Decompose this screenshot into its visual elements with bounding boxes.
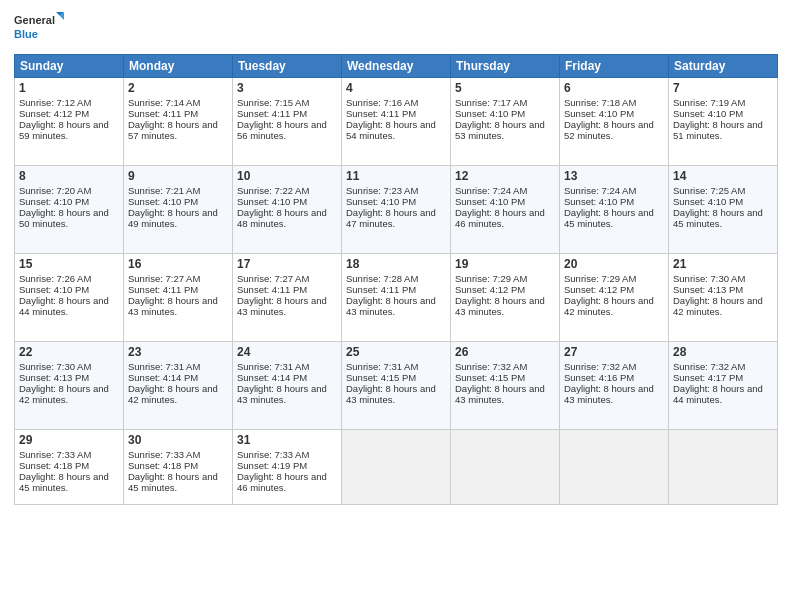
- day-number: 22: [19, 345, 119, 359]
- sunrise-text: Sunrise: 7:33 AM: [19, 449, 119, 460]
- calendar-cell: 30Sunrise: 7:33 AMSunset: 4:18 PMDayligh…: [124, 430, 233, 505]
- daylight-text: Daylight: 8 hours and 42 minutes.: [564, 295, 664, 317]
- day-number: 31: [237, 433, 337, 447]
- sunrise-text: Sunrise: 7:27 AM: [128, 273, 228, 284]
- calendar-cell: 9Sunrise: 7:21 AMSunset: 4:10 PMDaylight…: [124, 166, 233, 254]
- weekday-header-saturday: Saturday: [669, 55, 778, 78]
- day-number: 23: [128, 345, 228, 359]
- daylight-text: Daylight: 8 hours and 46 minutes.: [237, 471, 337, 493]
- weekday-header-monday: Monday: [124, 55, 233, 78]
- calendar-cell: 16Sunrise: 7:27 AMSunset: 4:11 PMDayligh…: [124, 254, 233, 342]
- daylight-text: Daylight: 8 hours and 45 minutes.: [128, 471, 228, 493]
- day-number: 29: [19, 433, 119, 447]
- sunrise-text: Sunrise: 7:32 AM: [673, 361, 773, 372]
- sunset-text: Sunset: 4:10 PM: [346, 196, 446, 207]
- daylight-text: Daylight: 8 hours and 49 minutes.: [128, 207, 228, 229]
- calendar-cell: 26Sunrise: 7:32 AMSunset: 4:15 PMDayligh…: [451, 342, 560, 430]
- calendar-cell: 5Sunrise: 7:17 AMSunset: 4:10 PMDaylight…: [451, 78, 560, 166]
- sunrise-text: Sunrise: 7:23 AM: [346, 185, 446, 196]
- calendar-body: 1Sunrise: 7:12 AMSunset: 4:12 PMDaylight…: [15, 78, 778, 505]
- daylight-text: Daylight: 8 hours and 44 minutes.: [673, 383, 773, 405]
- calendar-cell: 13Sunrise: 7:24 AMSunset: 4:10 PMDayligh…: [560, 166, 669, 254]
- sunset-text: Sunset: 4:10 PM: [455, 196, 555, 207]
- sunset-text: Sunset: 4:12 PM: [564, 284, 664, 295]
- calendar-cell: 19Sunrise: 7:29 AMSunset: 4:12 PMDayligh…: [451, 254, 560, 342]
- sunrise-text: Sunrise: 7:14 AM: [128, 97, 228, 108]
- sunrise-text: Sunrise: 7:33 AM: [237, 449, 337, 460]
- day-number: 18: [346, 257, 446, 271]
- calendar-cell: 7Sunrise: 7:19 AMSunset: 4:10 PMDaylight…: [669, 78, 778, 166]
- calendar-cell: 1Sunrise: 7:12 AMSunset: 4:12 PMDaylight…: [15, 78, 124, 166]
- daylight-text: Daylight: 8 hours and 53 minutes.: [455, 119, 555, 141]
- sunset-text: Sunset: 4:10 PM: [455, 108, 555, 119]
- sunset-text: Sunset: 4:17 PM: [673, 372, 773, 383]
- sunset-text: Sunset: 4:16 PM: [564, 372, 664, 383]
- daylight-text: Daylight: 8 hours and 56 minutes.: [237, 119, 337, 141]
- calendar-cell: 15Sunrise: 7:26 AMSunset: 4:10 PMDayligh…: [15, 254, 124, 342]
- weekday-header-friday: Friday: [560, 55, 669, 78]
- sunset-text: Sunset: 4:11 PM: [237, 284, 337, 295]
- daylight-text: Daylight: 8 hours and 43 minutes.: [237, 383, 337, 405]
- calendar-cell: 3Sunrise: 7:15 AMSunset: 4:11 PMDaylight…: [233, 78, 342, 166]
- day-number: 10: [237, 169, 337, 183]
- sunset-text: Sunset: 4:10 PM: [237, 196, 337, 207]
- calendar-cell: 29Sunrise: 7:33 AMSunset: 4:18 PMDayligh…: [15, 430, 124, 505]
- day-number: 5: [455, 81, 555, 95]
- calendar-cell: 27Sunrise: 7:32 AMSunset: 4:16 PMDayligh…: [560, 342, 669, 430]
- sunrise-text: Sunrise: 7:28 AM: [346, 273, 446, 284]
- sunrise-text: Sunrise: 7:12 AM: [19, 97, 119, 108]
- daylight-text: Daylight: 8 hours and 57 minutes.: [128, 119, 228, 141]
- day-number: 15: [19, 257, 119, 271]
- sunset-text: Sunset: 4:10 PM: [673, 108, 773, 119]
- calendar-cell: [560, 430, 669, 505]
- daylight-text: Daylight: 8 hours and 52 minutes.: [564, 119, 664, 141]
- sunset-text: Sunset: 4:19 PM: [237, 460, 337, 471]
- sunrise-text: Sunrise: 7:32 AM: [455, 361, 555, 372]
- day-number: 28: [673, 345, 773, 359]
- daylight-text: Daylight: 8 hours and 46 minutes.: [455, 207, 555, 229]
- sunrise-text: Sunrise: 7:33 AM: [128, 449, 228, 460]
- sunrise-text: Sunrise: 7:30 AM: [673, 273, 773, 284]
- day-number: 27: [564, 345, 664, 359]
- day-number: 2: [128, 81, 228, 95]
- calendar-cell: [451, 430, 560, 505]
- calendar-week-2: 8Sunrise: 7:20 AMSunset: 4:10 PMDaylight…: [15, 166, 778, 254]
- sunrise-text: Sunrise: 7:24 AM: [455, 185, 555, 196]
- sunrise-text: Sunrise: 7:26 AM: [19, 273, 119, 284]
- sunrise-text: Sunrise: 7:16 AM: [346, 97, 446, 108]
- calendar-header-row: SundayMondayTuesdayWednesdayThursdayFrid…: [15, 55, 778, 78]
- sunrise-text: Sunrise: 7:24 AM: [564, 185, 664, 196]
- daylight-text: Daylight: 8 hours and 43 minutes.: [455, 383, 555, 405]
- svg-text:General: General: [14, 14, 55, 26]
- calendar-cell: 12Sunrise: 7:24 AMSunset: 4:10 PMDayligh…: [451, 166, 560, 254]
- calendar-week-4: 22Sunrise: 7:30 AMSunset: 4:13 PMDayligh…: [15, 342, 778, 430]
- daylight-text: Daylight: 8 hours and 44 minutes.: [19, 295, 119, 317]
- sunrise-text: Sunrise: 7:21 AM: [128, 185, 228, 196]
- daylight-text: Daylight: 8 hours and 45 minutes.: [564, 207, 664, 229]
- day-number: 26: [455, 345, 555, 359]
- sunrise-text: Sunrise: 7:29 AM: [564, 273, 664, 284]
- logo-svg: General Blue: [14, 10, 64, 48]
- calendar-cell: 28Sunrise: 7:32 AMSunset: 4:17 PMDayligh…: [669, 342, 778, 430]
- sunset-text: Sunset: 4:10 PM: [128, 196, 228, 207]
- sunrise-text: Sunrise: 7:29 AM: [455, 273, 555, 284]
- daylight-text: Daylight: 8 hours and 42 minutes.: [19, 383, 119, 405]
- calendar-cell: 14Sunrise: 7:25 AMSunset: 4:10 PMDayligh…: [669, 166, 778, 254]
- daylight-text: Daylight: 8 hours and 43 minutes.: [128, 295, 228, 317]
- sunset-text: Sunset: 4:18 PM: [19, 460, 119, 471]
- calendar-table: SundayMondayTuesdayWednesdayThursdayFrid…: [14, 54, 778, 505]
- sunset-text: Sunset: 4:12 PM: [19, 108, 119, 119]
- sunset-text: Sunset: 4:10 PM: [673, 196, 773, 207]
- sunset-text: Sunset: 4:12 PM: [455, 284, 555, 295]
- daylight-text: Daylight: 8 hours and 48 minutes.: [237, 207, 337, 229]
- logo: General Blue: [14, 10, 64, 48]
- day-number: 30: [128, 433, 228, 447]
- calendar-cell: 17Sunrise: 7:27 AMSunset: 4:11 PMDayligh…: [233, 254, 342, 342]
- sunset-text: Sunset: 4:13 PM: [673, 284, 773, 295]
- calendar-week-1: 1Sunrise: 7:12 AMSunset: 4:12 PMDaylight…: [15, 78, 778, 166]
- svg-text:Blue: Blue: [14, 28, 38, 40]
- daylight-text: Daylight: 8 hours and 43 minutes.: [237, 295, 337, 317]
- sunset-text: Sunset: 4:14 PM: [128, 372, 228, 383]
- day-number: 6: [564, 81, 664, 95]
- sunset-text: Sunset: 4:11 PM: [346, 108, 446, 119]
